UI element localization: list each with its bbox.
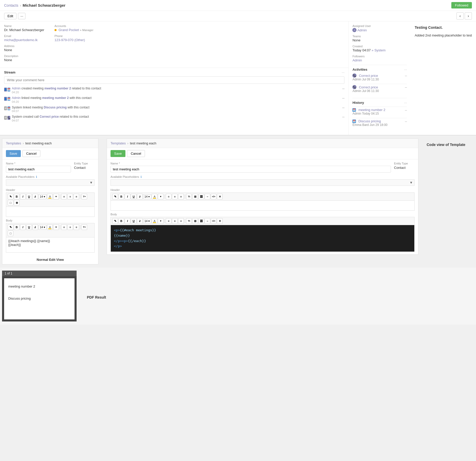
stream-collapse-4[interactable]: –: [342, 115, 344, 119]
btb-color-c[interactable]: A: [152, 218, 157, 224]
phone-number[interactable]: 123-979-070: [54, 38, 74, 42]
btb-italic-c[interactable]: I: [125, 218, 130, 224]
tb-close-c[interactable]: ✕: [217, 194, 223, 199]
tb-align-left-c[interactable]: ≡: [166, 194, 171, 199]
activity-collapse-2[interactable]: –: [405, 85, 407, 89]
tb-align-center-c[interactable]: ≡: [172, 194, 178, 199]
body-editor-normal[interactable]: {{#each meetings}} {{name}} {{/each}}: [6, 237, 95, 253]
tb-align-left-n[interactable]: ≡: [61, 194, 67, 199]
btb-underline-n[interactable]: U: [26, 224, 32, 230]
placeholder-help-icon-code[interactable]: ℹ: [141, 175, 142, 178]
btb-bold-c[interactable]: B: [118, 218, 124, 224]
stream-bold-2[interactable]: meeting number 2: [42, 96, 69, 100]
activity-link-1[interactable]: Correct price: [359, 74, 378, 78]
tb-table-c[interactable]: ⊞: [192, 194, 198, 199]
tb-underline-c[interactable]: U: [131, 194, 136, 199]
placeholder-dropdown-arrow-code[interactable]: ▼: [409, 181, 413, 185]
tb-color-arrow-n[interactable]: ▼: [53, 194, 59, 199]
template-normal-name-input[interactable]: [6, 166, 71, 173]
btb-text-n[interactable]: T+: [81, 224, 87, 230]
btb-color-arrow-n[interactable]: ▼: [53, 224, 59, 230]
tb-text-n[interactable]: T+: [81, 194, 87, 199]
activity-collapse-1[interactable]: –: [405, 73, 407, 78]
template-normal-cancel[interactable]: Cancel: [22, 150, 40, 157]
template-code-cancel[interactable]: Cancel: [127, 150, 145, 157]
stream-collapse-2[interactable]: –: [342, 96, 344, 100]
tb-size-n[interactable]: 14 ▾: [39, 194, 47, 199]
account-name[interactable]: Grand Pocket: [59, 28, 79, 32]
stream-collapse-1[interactable]: –: [342, 86, 344, 91]
tb-align-center-n[interactable]: ≡: [67, 194, 73, 199]
tb-pencil-c[interactable]: ✎: [112, 194, 118, 199]
tb-special-c[interactable]: ∂: [137, 194, 143, 199]
next-button[interactable]: ›: [465, 12, 472, 20]
followed-button[interactable]: Followed: [451, 2, 472, 8]
btb-italic-n[interactable]: I: [20, 224, 26, 230]
assigned-user-name[interactable]: Admin: [357, 28, 367, 32]
btb-color-n[interactable]: A: [47, 224, 53, 230]
comment-input[interactable]: [4, 76, 344, 84]
header-editor-normal[interactable]: [6, 207, 95, 217]
tb-bold-n[interactable]: B: [14, 194, 20, 199]
stream-bold-1[interactable]: meeting number 2: [44, 87, 71, 90]
created-by[interactable]: » System: [372, 48, 386, 52]
btb-size-n[interactable]: 14 ▾: [39, 225, 47, 230]
btb-box-n[interactable]: □: [8, 230, 13, 236]
btb-align-left-c[interactable]: ≡: [166, 218, 171, 224]
tb-box-n[interactable]: □: [8, 200, 13, 206]
btb-dash-c[interactable]: –: [205, 218, 210, 224]
btb-align-center-c[interactable]: ≡: [172, 218, 178, 224]
tb-pencil-n[interactable]: ✎: [8, 194, 13, 199]
tb-bold-c[interactable]: B: [118, 194, 124, 199]
followers-value[interactable]: Admin: [352, 58, 407, 62]
btb-color-arrow-c[interactable]: ▼: [158, 218, 163, 224]
history-menu[interactable]: ···: [404, 101, 407, 105]
tb-align-right-n[interactable]: ≡: [74, 194, 79, 199]
tb-underline-n[interactable]: U: [26, 194, 32, 199]
btb-underline-c[interactable]: U: [131, 218, 136, 224]
btb-align-center-n[interactable]: ≡: [67, 224, 73, 230]
btb-bold-n[interactable]: B: [14, 224, 20, 230]
stream-bold-3[interactable]: Discuss pricing: [44, 106, 67, 109]
btb-table-c[interactable]: ⊞: [192, 218, 198, 224]
tb-italic-n[interactable]: I: [20, 194, 26, 199]
tb-color-arrow-c[interactable]: ▼: [158, 194, 163, 199]
tb-special-n[interactable]: ∂: [32, 194, 38, 199]
template-code-name-input[interactable]: [111, 166, 391, 173]
stream-menu[interactable]: ···: [342, 70, 345, 74]
btb-align-right-n[interactable]: ≡: [74, 224, 79, 230]
template-normal-parent[interactable]: Templates: [6, 141, 21, 145]
body-editor-code[interactable]: <p>{{#each meetings}} {{name}} </p><p>{{…: [111, 225, 415, 252]
template-code-save[interactable]: Save: [111, 150, 125, 157]
activity-link-2[interactable]: Correct price: [359, 85, 378, 89]
history-collapse-1[interactable]: –: [405, 108, 407, 112]
btb-close-c[interactable]: ✕: [217, 218, 223, 224]
tb-tt-c[interactable]: Tt: [186, 194, 192, 199]
activities-menu[interactable]: ···: [404, 68, 407, 71]
placeholder-dropdown-arrow[interactable]: ▼: [89, 181, 93, 185]
tb-size-c[interactable]: 14 ▾: [143, 194, 151, 199]
btb-special-n[interactable]: ∂: [32, 224, 38, 230]
tb-italic-c[interactable]: I: [125, 194, 130, 199]
btb-pencil-n[interactable]: ✎: [8, 224, 13, 230]
tb-color-c[interactable]: A: [152, 194, 157, 199]
tb-image-c[interactable]: 🖼: [198, 194, 204, 199]
assigned-user-value[interactable]: A Admin: [352, 28, 407, 32]
more-button[interactable]: ···: [18, 13, 25, 19]
tb-dash-c[interactable]: –: [205, 194, 210, 199]
template-normal-save[interactable]: Save: [6, 150, 21, 157]
prev-button[interactable]: ‹: [456, 12, 464, 20]
history-link-1[interactable]: meeting number 2: [358, 108, 385, 112]
btb-align-left-n[interactable]: ≡: [61, 224, 67, 230]
btb-pencil-c[interactable]: ✎: [112, 218, 118, 224]
btb-align-right-c[interactable]: ≡: [178, 218, 184, 224]
header-editor-code[interactable]: [111, 200, 415, 211]
tb-align-right-c[interactable]: ≡: [178, 194, 184, 199]
tb-more-n[interactable]: ⊕: [14, 200, 20, 206]
tb-color-n[interactable]: A: [47, 194, 53, 199]
btb-tt-c[interactable]: Tt: [186, 218, 192, 224]
email-value[interactable]: micha@puertodemo.lk: [4, 38, 44, 42]
tb-code-c[interactable]: </>: [211, 194, 216, 199]
btb-code-c[interactable]: </>: [211, 218, 216, 224]
btb-image-c[interactable]: 🖼: [198, 218, 204, 224]
